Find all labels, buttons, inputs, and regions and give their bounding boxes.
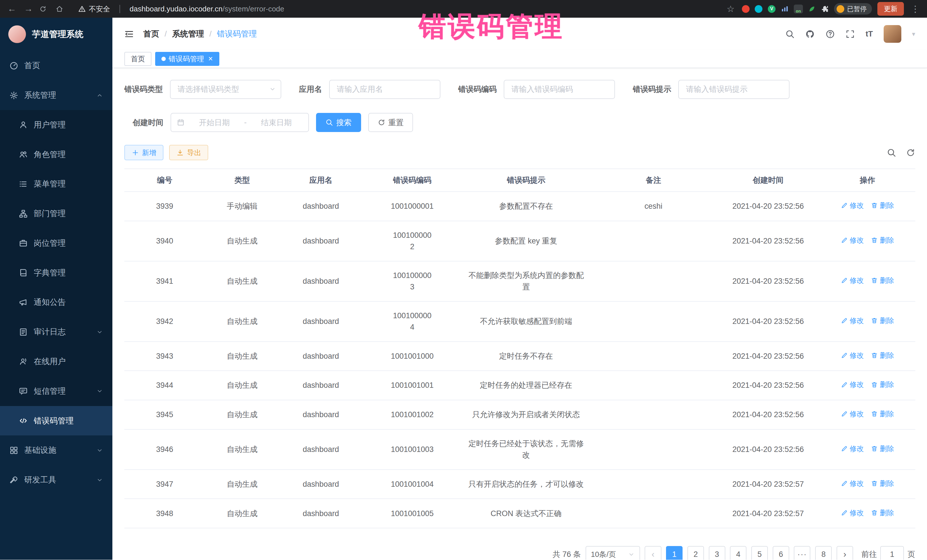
edit-link[interactable]: 修改 — [841, 508, 864, 518]
edit-link[interactable]: 修改 — [841, 235, 864, 246]
edit-link[interactable]: 修改 — [841, 200, 864, 211]
logo-avatar — [8, 25, 26, 43]
search-button[interactable]: 搜索 — [316, 113, 361, 132]
delete-link[interactable]: 删除 — [871, 350, 894, 361]
error-type-select[interactable] — [170, 80, 281, 99]
edit-link[interactable]: 修改 — [841, 275, 864, 286]
address-bar[interactable]: dashboard.yudao.iocoder.cn/system/error-… — [129, 5, 284, 13]
sidebar-item-role[interactable]: 角色管理 — [0, 140, 112, 169]
edit-link[interactable]: 修改 — [841, 408, 864, 419]
sidebar-item-dict[interactable]: 字典管理 — [0, 258, 112, 288]
audit-icon — [19, 328, 28, 337]
sidebar-item-user[interactable]: 用户管理 — [0, 110, 112, 140]
page-size-select[interactable]: 10条/页 — [585, 546, 640, 560]
help-icon[interactable] — [825, 29, 835, 39]
sidebar-item-dept[interactable]: 部门管理 — [0, 199, 112, 228]
reset-button[interactable]: 重置 — [368, 113, 413, 132]
user-avatar[interactable] — [884, 25, 901, 43]
add-button[interactable]: 新增 — [125, 145, 163, 160]
sidebar-item-home[interactable]: 首页 — [0, 51, 112, 80]
error-type-select-input[interactable] — [170, 80, 281, 99]
delete-link[interactable]: 删除 — [871, 316, 894, 326]
cell-ops: 修改删除 — [819, 371, 915, 400]
paused-badge[interactable]: 已暂停 — [834, 3, 872, 14]
sidebar-item-devtool[interactable]: 研发工具 — [0, 465, 112, 495]
breadcrumb-home[interactable]: 首页 — [143, 29, 159, 39]
edit-link[interactable]: 修改 — [841, 443, 864, 454]
sms-icon — [19, 387, 28, 396]
pager-ellipsis[interactable]: ··· — [794, 546, 810, 560]
edit-link[interactable]: 修改 — [841, 478, 864, 489]
pager-page-8[interactable]: 8 — [815, 546, 832, 560]
delete-link[interactable]: 删除 — [871, 508, 894, 518]
sidebar-item-menu[interactable]: 菜单管理 — [0, 169, 112, 199]
delete-link[interactable]: 删除 — [871, 408, 894, 419]
pager-page-5[interactable]: 5 — [751, 546, 768, 560]
delete-link[interactable]: 删除 — [871, 478, 894, 489]
bookmark-star-icon[interactable]: ☆ — [725, 4, 737, 14]
avatar-caret-icon[interactable]: ▾ — [912, 30, 915, 38]
github-icon[interactable] — [805, 29, 815, 39]
pager-next-button[interactable]: › — [837, 546, 853, 560]
sidebar-item-sms[interactable]: 短信管理 — [0, 376, 112, 406]
cell-time: 2021-04-20 23:52:57 — [717, 470, 819, 499]
update-button[interactable]: 更新 — [877, 2, 904, 16]
error-code-input[interactable] — [504, 80, 615, 99]
font-size-icon[interactable]: tT — [866, 30, 873, 38]
sidebar-item-label: 部门管理 — [33, 208, 65, 219]
export-button[interactable]: 导出 — [169, 145, 208, 160]
extension-chart-icon[interactable] — [781, 5, 789, 13]
date-range-picker[interactable]: 开始日期 - 结束日期 — [170, 113, 309, 132]
sidebar-item-post[interactable]: 岗位管理 — [0, 228, 112, 258]
extensions-puzzle-icon[interactable] — [821, 5, 829, 13]
sidebar-item-system[interactable]: 系统管理 — [0, 80, 112, 110]
back-icon[interactable]: ← — [6, 4, 18, 14]
extension-leaf-icon[interactable] — [808, 5, 816, 13]
sidebar-item-errorcode[interactable]: 错误码管理 — [0, 406, 112, 436]
pager-page-2[interactable]: 2 — [687, 546, 704, 560]
site-security[interactable]: 不安全 — [78, 4, 110, 14]
edit-link[interactable]: 修改 — [841, 350, 864, 361]
close-icon[interactable]: × — [208, 55, 213, 63]
fullscreen-icon[interactable] — [845, 29, 855, 39]
delete-link[interactable]: 删除 — [871, 200, 894, 211]
reload-icon[interactable] — [39, 5, 51, 13]
toggle-search-icon[interactable] — [887, 148, 896, 157]
app-name-input[interactable] — [329, 80, 441, 99]
pager-prev-button[interactable]: ‹ — [644, 546, 661, 560]
sidebar-item-audit[interactable]: 审计日志 — [0, 317, 112, 347]
collapse-menu-icon[interactable] — [125, 29, 134, 39]
sidebar-item-infra[interactable]: 基础设施 — [0, 436, 112, 465]
infra-icon — [9, 446, 18, 455]
pager-page-6[interactable]: 6 — [773, 546, 789, 560]
browser-home-icon[interactable] — [56, 5, 68, 13]
download-icon — [176, 149, 184, 156]
pager-page-3[interactable]: 3 — [709, 546, 725, 560]
user-icon — [19, 120, 28, 129]
breadcrumb-system[interactable]: 系统管理 — [172, 29, 204, 39]
edit-link[interactable]: 修改 — [841, 379, 864, 390]
delete-link[interactable]: 删除 — [871, 235, 894, 246]
edit-link[interactable]: 修改 — [841, 316, 864, 326]
forward-icon[interactable]: → — [23, 4, 35, 14]
extension-icon-v[interactable]: V — [768, 5, 775, 13]
tab-错误码管理[interactable]: 错误码管理× — [155, 52, 219, 66]
sidebar-item-notice[interactable]: 通知公告 — [0, 288, 112, 317]
refresh-table-icon[interactable] — [906, 148, 915, 157]
cell-time: 2021-04-20 23:52:56 — [717, 371, 819, 400]
sidebar-item-online[interactable]: 在线用户 — [0, 347, 112, 376]
pager-page-4[interactable]: 4 — [730, 546, 746, 560]
pager-page-1[interactable]: 1 — [666, 546, 682, 560]
extension-icon-red[interactable] — [742, 5, 749, 13]
delete-link[interactable]: 删除 — [871, 275, 894, 286]
extension-icon-teal[interactable] — [755, 5, 763, 13]
delete-link[interactable]: 删除 — [871, 379, 894, 390]
goto-page-input[interactable] — [880, 546, 904, 560]
browser-menu-icon[interactable]: ⋮ — [909, 4, 921, 14]
extension-on-icon[interactable]: on — [794, 5, 802, 14]
tab-首页[interactable]: 首页 — [125, 52, 152, 66]
table-row: 3941自动生成dashboard1001000003不能删除类型为系统内置的参… — [125, 261, 915, 301]
search-icon[interactable] — [785, 29, 795, 39]
delete-link[interactable]: 删除 — [871, 443, 894, 454]
error-hint-input[interactable] — [678, 80, 790, 99]
